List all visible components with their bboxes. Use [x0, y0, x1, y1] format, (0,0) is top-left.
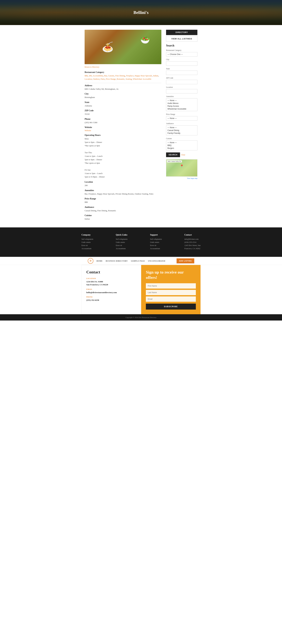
view-all-listings-button[interactable]: VIEW ALL LISTINGS: [166, 36, 197, 42]
contact-box-title: Contact: [86, 270, 136, 274]
search-city-group: City: [166, 58, 197, 66]
search-zip-label: ZIP Code: [166, 77, 197, 79]
address-label: Address: [85, 84, 161, 87]
signup-first-name-input[interactable]: [146, 283, 196, 288]
search-restaurant-category-select[interactable]: — Choose One —: [166, 52, 197, 56]
return-to-directory-link[interactable]: Return to Directory: [85, 66, 99, 68]
tag-seating[interactable]: Seating: [126, 78, 132, 80]
footer-company-col: Company Sed voluptatem Unde omnis Error …: [82, 234, 93, 250]
nav-sample-page[interactable]: SAMPLE PAGE: [131, 260, 145, 262]
operating-hours-section: Operating Hours Mon: 5pm to 9pm – Dinner…: [85, 134, 161, 178]
search-city-input[interactable]: [166, 61, 197, 66]
website-link[interactable]: Website: [85, 129, 91, 132]
signup-last-name-input[interactable]: [146, 290, 196, 295]
tag-indian[interactable]: Indian: [153, 74, 158, 77]
footer-contact-phone: (434)-235-2314: [184, 241, 200, 244]
tag-fireplace[interactable]: Fireplace: [126, 74, 134, 77]
footer-support-link-1[interactable]: Sed voluptatem: [150, 238, 162, 240]
tag-price-range[interactable]: Price Range: [106, 78, 116, 80]
ambiance-casual[interactable]: Casual Dining: [167, 129, 197, 132]
contact-signup-wrapper: Contact LOCATION 1234 Divi St. #1000 San…: [82, 265, 200, 314]
search-price-range-select[interactable]: — None —: [166, 116, 197, 120]
food-image: [85, 30, 161, 64]
footer-quicklinks-link-3[interactable]: Error sit: [116, 244, 128, 247]
ambiance-none[interactable]: — None —: [167, 126, 197, 129]
nav-bar-wrapper: D HOME BUSINESS DIRECTORY SAMPLE PAGE UN…: [0, 257, 282, 265]
footer-company-link-1[interactable]: Sed voluptatem: [82, 238, 93, 240]
contact-location-line1: 1234 Divi St. #1000: [86, 280, 103, 283]
search-button[interactable]: SEARCH: [166, 152, 180, 157]
city-value: Birmingham: [85, 96, 161, 99]
tag-happy-hour[interactable]: Happy Hour Specials: [135, 74, 152, 77]
tag-bar[interactable]: Bar: [104, 74, 107, 77]
search-price-range-group: Price Range — None —: [166, 113, 197, 120]
hero-section: Bellini's: [0, 0, 282, 25]
tag-fine-dining[interactable]: Fine Dining: [115, 74, 125, 77]
footer-support-link-3[interactable]: Error sit: [150, 244, 162, 247]
footer-quicklinks-link-2[interactable]: Unde omnis: [116, 241, 128, 244]
tag-patio[interactable]: Patio: [101, 78, 105, 80]
footer-copyright: Copyright © 2024 Divi Restaurant Directo…: [126, 316, 156, 318]
state-value: Alabama: [85, 104, 161, 107]
ambiance-section: Ambiance Casual Dining, Fine Dining, Rom…: [85, 206, 161, 212]
nav-business-directory[interactable]: BUSINESS DIRECTORY: [106, 260, 128, 262]
cuisine-none[interactable]: — None —: [167, 141, 197, 144]
footer-company-link-4[interactable]: Accusantium: [82, 248, 93, 250]
tag-accessibility[interactable]: Accessibility: [93, 74, 103, 77]
footer-support-link-2[interactable]: Unde omnis: [150, 241, 162, 244]
tag-289[interactable]: 289: [89, 74, 92, 77]
cuisine-bbq[interactable]: BBQ: [167, 144, 197, 147]
footer-company-link-2[interactable]: Unde omnis: [82, 241, 93, 244]
search-button-row: SEARCH Clear: [166, 152, 197, 157]
search-ambiance-select[interactable]: — None — Casual Dining Family-Friendly: [166, 125, 197, 135]
tag-romantic[interactable]: Romantic: [117, 78, 125, 80]
search-location-select[interactable]: [166, 89, 197, 94]
phone-label: Phone: [85, 118, 161, 120]
tag-cuisine[interactable]: Cuisine: [108, 74, 114, 77]
nav-home[interactable]: HOME: [97, 260, 103, 262]
sidebar-column: DIRECTORY VIEW ALL LISTINGS Search Resta…: [166, 30, 197, 223]
amenity-wheelchair[interactable]: Wheelchair Accessible: [167, 108, 197, 110]
amenity-audio[interactable]: Audio Menus: [167, 102, 197, 105]
amenity-none[interactable]: — None —: [167, 99, 197, 102]
operating-hours-value: Mon: 5pm to 9pm – Dinner *Bar opens at 4…: [85, 137, 161, 178]
footer-company-link-3[interactable]: Error sit: [82, 244, 93, 247]
footer-quicklinks-link-1[interactable]: Sed voluptatem: [116, 238, 128, 240]
nav-uncategorized[interactable]: UNCATEGORIZED: [148, 260, 165, 262]
search-restaurant-category-group: Restaurant Category — Choose One —: [166, 49, 197, 56]
directory-button[interactable]: DIRECTORY: [166, 30, 197, 35]
search-state-input[interactable]: [166, 70, 197, 75]
search-zip-input[interactable]: [166, 80, 197, 84]
price-range-label: Price Range: [85, 198, 161, 200]
cuisine-burgers[interactable]: Burgers: [167, 147, 197, 150]
tag-wheelchair[interactable]: Wheelchair Accessible: [133, 78, 151, 80]
zip-value: 35242: [85, 112, 161, 116]
subscribe-button[interactable]: SUBSCRIBE: [146, 304, 196, 310]
search-amenities-select[interactable]: — None — Audio Menus Ramp Access Wheelch…: [166, 98, 197, 111]
zip-section: ZIP Code 35242: [85, 110, 161, 116]
footer-support-link-4[interactable]: Accusantium: [150, 248, 162, 250]
search-state-group: State: [166, 68, 197, 75]
search-cuisine-select[interactable]: — None — BBQ Burgers: [166, 140, 197, 150]
hours-tuethu-dinner: 5pm to 9pm – Dinner: [85, 158, 102, 161]
ambiance-family[interactable]: Family-Friendly: [167, 132, 197, 134]
hours-tuethu-lunch: 11am to 2pm – Lunch: [85, 155, 102, 157]
tag-outdoor[interactable]: Outdoor: [93, 78, 100, 80]
add-listing-button[interactable]: ADD LISTING: [177, 258, 194, 264]
map-container[interactable]: 6801 Cahaba Valley Rd: [166, 159, 197, 176]
restaurant-categories: $$$, 289, Accessibility, Bar, Cuisine, F…: [85, 74, 161, 81]
website-section: Website Website: [85, 126, 161, 132]
search-city-label: City: [166, 58, 197, 61]
tag-$$$[interactable]: $$$: [85, 74, 88, 77]
search-state-label: State: [166, 68, 197, 70]
signup-title: Sign up to receive our offers!: [146, 270, 196, 280]
map-view-larger-link[interactable]: View larger map: [187, 178, 197, 179]
clear-link[interactable]: Clear: [181, 154, 185, 156]
tag-location[interactable]: Location: [85, 78, 92, 80]
nav-logo[interactable]: D: [88, 258, 93, 264]
signup-email-input[interactable]: [146, 296, 196, 302]
footer-contact-address2: Francisco, CA 34262: [184, 248, 200, 250]
footer-quicklinks-link-4[interactable]: Accusantium: [116, 248, 128, 250]
amenity-ramp[interactable]: Ramp Access: [167, 105, 197, 108]
footer-quicklinks-col: Quick Links Sed voluptatem Unde omnis Er…: [116, 234, 128, 250]
